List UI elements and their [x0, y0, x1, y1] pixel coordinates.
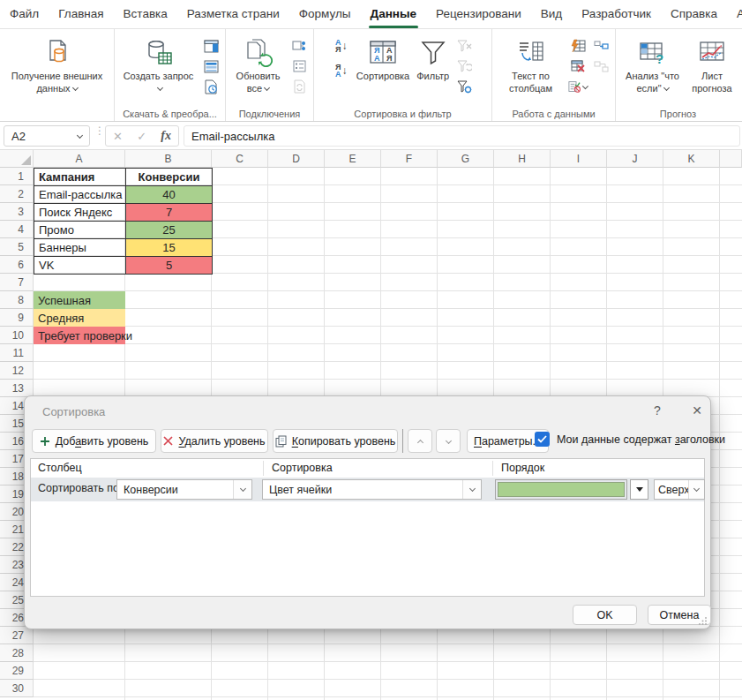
dialog-help-button[interactable]: ? [647, 403, 668, 418]
consolidate-button[interactable] [591, 38, 611, 54]
row-header-12[interactable]: 12 [0, 362, 34, 380]
row-header-27[interactable]: 27 [0, 627, 34, 644]
row-header-11[interactable]: 11 [0, 344, 34, 362]
remove-duplicates-button[interactable] [568, 58, 588, 74]
cell-B4[interactable]: 25 [126, 222, 213, 239]
sort-on-combobox[interactable]: Цвет ячейки [262, 479, 482, 500]
tab-data[interactable]: Данные [361, 0, 426, 28]
move-level-down-button[interactable] [436, 429, 461, 453]
recent-sources-button[interactable] [201, 58, 221, 74]
column-header-E[interactable]: E [325, 150, 381, 168]
connections-button[interactable] [289, 38, 309, 54]
name-box[interactable]: A2 [4, 125, 90, 147]
campaign-table[interactable]: КампанияКонверсииEmail-рассылка40Поиск Я… [34, 168, 213, 275]
filter-button[interactable]: Фильтр [413, 33, 453, 105]
column-header-A[interactable]: A [34, 150, 125, 168]
row-header-2[interactable]: 2 [0, 185, 34, 203]
cell-A5[interactable]: Баннеры [34, 239, 126, 257]
column-header-I[interactable]: I [551, 150, 607, 168]
cell-A6[interactable]: VK [34, 257, 126, 275]
clear-filter-button[interactable] [454, 38, 474, 54]
order-color-swatch[interactable] [495, 479, 627, 500]
dialog-close-button[interactable]: ✕ [686, 403, 708, 418]
row-header-28[interactable]: 28 [0, 644, 34, 662]
row-header-29[interactable]: 29 [0, 662, 34, 680]
cell-A3[interactable]: Поиск Яндекс [34, 204, 126, 222]
tab-acrobat[interactable]: Acrobat [727, 0, 742, 28]
column-header-K[interactable]: K [663, 150, 720, 168]
column-header-J[interactable]: J [607, 150, 663, 168]
move-level-up-button[interactable] [408, 429, 432, 453]
what-if-analysis-button[interactable]: ? Анализ "что если" [618, 33, 686, 105]
refresh-all-button[interactable]: Обновить все [229, 33, 288, 105]
cell-A1[interactable]: Кампания [34, 169, 126, 186]
new-query-button[interactable]: Создать запрос [117, 33, 199, 105]
column-header-G[interactable]: G [438, 150, 494, 168]
column-header-H[interactable]: H [494, 150, 551, 168]
cell-B2[interactable]: 40 [126, 186, 213, 204]
relationships-button[interactable] [591, 58, 611, 74]
column-header-C[interactable]: C [212, 150, 268, 168]
row-header-9[interactable]: 9 [0, 309, 34, 327]
cell-A10[interactable]: Требует проверки [34, 327, 125, 344]
tab-home[interactable]: Главная [49, 0, 113, 28]
row-header-1[interactable]: 1 [0, 168, 34, 185]
tab-page-layout[interactable]: Разметка страни [177, 0, 289, 28]
enter-entry-button[interactable]: ✓ [137, 130, 146, 143]
row-header-10[interactable]: 10 [0, 327, 34, 344]
reapply-filter-button[interactable] [454, 58, 474, 74]
cell-A4[interactable]: Промо [34, 222, 126, 239]
properties-button[interactable] [289, 58, 309, 74]
sort-descending-button[interactable]: ЯА↓ [332, 63, 351, 79]
row-header-5[interactable]: 5 [0, 238, 34, 256]
cell-A8[interactable]: Успешная [34, 291, 125, 309]
sort-column-combobox[interactable]: Конверсии [116, 479, 252, 500]
edit-links-button[interactable] [289, 79, 309, 94]
cell-B3[interactable]: 7 [126, 204, 213, 222]
cell-A9[interactable]: Средняя [34, 309, 125, 327]
tab-file[interactable]: Файл [0, 0, 49, 28]
get-external-data-button[interactable]: Получение внешних данных [3, 33, 111, 105]
ok-button[interactable]: OK [573, 605, 637, 625]
row-header-7[interactable]: 7 [0, 274, 34, 291]
data-validation-button[interactable] [568, 79, 588, 94]
sort-ascending-button[interactable]: АЯ↓ [332, 38, 351, 54]
combo-dropdown-button[interactable] [688, 480, 704, 499]
cancel-entry-button[interactable]: ✕ [113, 130, 123, 143]
tab-review[interactable]: Рецензировани [426, 0, 531, 28]
advanced-filter-button[interactable] [454, 79, 474, 94]
tab-insert[interactable]: Вставка [114, 0, 177, 28]
resize-grip[interactable] [698, 616, 708, 626]
checkbox-checked-icon[interactable] [535, 432, 550, 447]
tab-reference[interactable]: Справка [661, 0, 727, 28]
combo-dropdown-button[interactable] [233, 480, 251, 499]
row-header-30[interactable]: 30 [0, 680, 34, 697]
forecast-sheet-button[interactable]: Лист прогноза [686, 33, 738, 105]
tab-view[interactable]: Вид [531, 0, 572, 28]
cell-A2[interactable]: Email-рассылка [34, 186, 126, 204]
from-table-button[interactable] [201, 38, 221, 54]
column-header-D[interactable]: D [268, 150, 325, 168]
formula-input[interactable]: Email-рассылка [184, 125, 740, 147]
order-color-dropdown-button[interactable] [630, 479, 648, 500]
delete-level-button[interactable]: Удалить уровень [161, 429, 268, 453]
flash-fill-button[interactable] [568, 38, 588, 54]
tab-developer[interactable]: Разработчик [572, 0, 661, 28]
my-data-has-headers-checkbox[interactable]: Мои данные содержат заголовки [535, 432, 725, 447]
sort-level-row[interactable]: Сортировать по Конверсии Цвет ячейки Све… [31, 478, 704, 501]
combo-dropdown-button[interactable] [462, 480, 481, 499]
row-header-8[interactable]: 8 [0, 291, 34, 309]
page-clock-icon[interactable] [201, 79, 221, 94]
order-position-combobox[interactable]: Сверху [654, 479, 705, 500]
tab-formulas[interactable]: Формулы [289, 0, 361, 28]
formula-bar-drag-handle[interactable]: ⋮ [94, 129, 105, 133]
text-to-columns-button[interactable]: Текст по столбцам [495, 33, 566, 105]
row-header-13[interactable]: 13 [0, 380, 34, 397]
add-level-button[interactable]: Добавить уровень [32, 429, 156, 453]
copy-level-button[interactable]: Копировать уровень [273, 429, 398, 453]
row-header-4[interactable]: 4 [0, 221, 34, 238]
cell-B1[interactable]: Конверсии [126, 169, 213, 186]
cell-B6[interactable]: 5 [126, 257, 213, 275]
sort-dialog-button[interactable]: Я А А Я Сортировка [353, 33, 413, 105]
select-all-corner[interactable] [0, 150, 34, 168]
